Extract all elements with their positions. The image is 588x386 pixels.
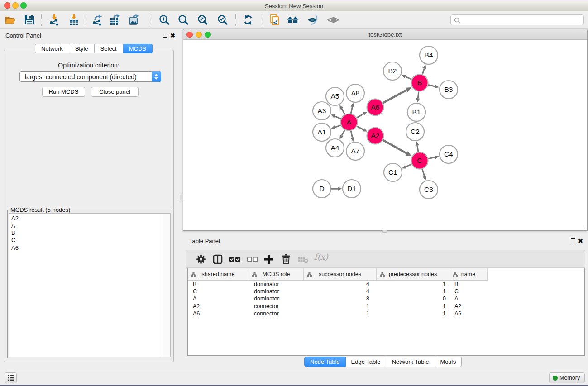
- network-canvas[interactable]: B4B2BB3A8A5A6A3B1AA1C2A2A4A7C4CC1C3DD1: [183, 40, 587, 230]
- mcds-result-item[interactable]: C: [11, 237, 170, 244]
- control-panel-float-button[interactable]: [163, 33, 167, 38]
- table-tab-node-table[interactable]: Node Table: [304, 357, 346, 367]
- column-header-predecessor-nodes[interactable]: predecessor nodes: [377, 268, 449, 281]
- edge-C-C4[interactable]: [428, 157, 435, 159]
- node-table[interactable]: shared nameMCDS rolesuccessor nodesprede…: [187, 268, 585, 356]
- edge-A-A6[interactable]: [357, 114, 363, 118]
- cell-successor-nodes: 4: [304, 281, 377, 288]
- edge-A-A7[interactable]: [351, 131, 352, 138]
- table-tab-network-table[interactable]: Network Table: [386, 357, 435, 367]
- mcds-result-item[interactable]: A6: [11, 244, 170, 252]
- control-panel: Control Panel ✖ Optimization criterion: …: [0, 29, 177, 370]
- export-table-icon[interactable]: [110, 14, 121, 26]
- hierarchy-icon: [380, 272, 385, 277]
- column-header-successor-nodes[interactable]: successor nodes: [304, 268, 377, 281]
- table-settings-gear-icon[interactable]: [195, 253, 207, 265]
- edge-A-A2[interactable]: [357, 126, 363, 129]
- table-panel-float-button[interactable]: [571, 238, 575, 243]
- zoom-selected-icon[interactable]: [217, 14, 229, 26]
- table-row-C[interactable]: Cdominator41C: [188, 288, 584, 295]
- result-list-scrollbar[interactable]: [163, 214, 170, 357]
- hierarchy-icon: [307, 272, 312, 277]
- home-icon[interactable]: [287, 14, 299, 26]
- mcds-result-item[interactable]: A2: [11, 215, 170, 222]
- cell-predecessor-nodes: 1: [377, 310, 449, 318]
- add-column-icon[interactable]: [263, 253, 275, 265]
- network-file-icon[interactable]: [269, 14, 281, 26]
- memory-button[interactable]: Memory: [549, 372, 585, 383]
- import-table-icon[interactable]: [68, 14, 80, 26]
- graph-node-label: A: [347, 118, 352, 126]
- edge-B-B3[interactable]: [428, 85, 435, 86]
- run-mcds-button[interactable]: Run MCDS: [42, 87, 85, 97]
- import-network-icon[interactable]: [48, 14, 60, 26]
- column-header-name[interactable]: name: [449, 268, 488, 281]
- cell-name: C: [449, 288, 488, 295]
- vertical-splitter-grip[interactable]: [180, 195, 182, 200]
- table-row-B[interactable]: Bdominator41B: [188, 281, 584, 288]
- show-panels-button[interactable]: [5, 372, 17, 383]
- export-network-icon[interactable]: [91, 14, 103, 26]
- export-image-icon[interactable]: [129, 14, 140, 26]
- edge-C-C1[interactable]: [406, 164, 411, 167]
- edge-C-C2[interactable]: [417, 146, 418, 152]
- cell-MCDS-role: dominator: [249, 295, 304, 303]
- column-header-shared-name[interactable]: shared name: [188, 268, 249, 281]
- edge-arrowhead: [416, 141, 419, 146]
- edge-A-A1[interactable]: [335, 125, 341, 128]
- close-panel-button[interactable]: Close panel: [91, 87, 139, 97]
- table-panel-close-button[interactable]: ✖: [578, 238, 583, 244]
- control-panel-tab-network[interactable]: Network: [35, 44, 69, 53]
- zoom-fit-icon[interactable]: [197, 14, 209, 26]
- zoom-in-icon[interactable]: [158, 14, 170, 26]
- cell-predecessor-nodes: 1: [377, 303, 449, 310]
- edge-A-A4[interactable]: [342, 130, 345, 136]
- table-row-A2[interactable]: A2connector11A2: [188, 303, 584, 310]
- horizontal-splitter-grip[interactable]: [382, 230, 387, 233]
- memory-label: Memory: [559, 375, 580, 381]
- column-header-MCDS-role[interactable]: MCDS role: [249, 268, 304, 281]
- save-session-icon[interactable]: [24, 14, 35, 26]
- control-panel-tab-mcds[interactable]: MCDS: [123, 44, 153, 53]
- edge-A-A5[interactable]: [342, 109, 345, 114]
- edge-A6-B[interactable]: [383, 90, 406, 103]
- table-row-A[interactable]: Adominator80A: [188, 295, 584, 303]
- control-panel-tab-select[interactable]: Select: [95, 44, 123, 53]
- function-builder-icon[interactable]: f(x): [314, 252, 328, 262]
- deselect-all-icon[interactable]: [247, 253, 258, 265]
- control-panel-close-button[interactable]: ✖: [170, 32, 175, 39]
- edge-A-A3[interactable]: [335, 116, 341, 119]
- graph-node-label: A2: [371, 132, 380, 139]
- cell-name: A6: [449, 310, 488, 318]
- table-tab-edge-table[interactable]: Edge Table: [346, 357, 387, 367]
- search-icon: [454, 17, 461, 24]
- delete-column-trash-icon[interactable]: [280, 253, 292, 265]
- edge-B-B4[interactable]: [422, 68, 424, 74]
- mcds-result-item[interactable]: B: [11, 229, 170, 237]
- refresh-icon[interactable]: [242, 14, 254, 26]
- hide-graphics-details-icon[interactable]: [307, 14, 319, 26]
- toolbar-separator: [262, 14, 262, 26]
- delete-table-icon[interactable]: [297, 253, 309, 265]
- edge-C-C3[interactable]: [422, 169, 425, 176]
- select-all-icon[interactable]: [229, 253, 241, 265]
- show-columns-icon[interactable]: [212, 253, 224, 265]
- edge-A-A8[interactable]: [351, 107, 352, 114]
- memory-status-dot: [553, 376, 558, 381]
- mcds-result-list[interactable]: A2ABCA6: [9, 213, 171, 357]
- control-panel-tab-style[interactable]: Style: [69, 44, 95, 53]
- search-box[interactable]: [450, 14, 584, 25]
- table-row-A6[interactable]: A6connector11A6: [188, 310, 584, 318]
- edge-B-B2[interactable]: [405, 76, 411, 79]
- network-window-title: testGlobe.txt: [183, 31, 587, 38]
- zoom-out-icon[interactable]: [177, 14, 189, 26]
- optimization-criterion-select[interactable]: largest connected component (directed): [19, 71, 161, 82]
- mcds-result-item[interactable]: A: [11, 222, 170, 229]
- window-resize-handle[interactable]: [582, 225, 587, 230]
- open-session-icon[interactable]: [4, 14, 16, 26]
- eye-icon[interactable]: [327, 14, 339, 26]
- table-tab-motifs[interactable]: Motifs: [435, 357, 462, 367]
- edge-B-B1[interactable]: [418, 91, 419, 98]
- edge-A2-C[interactable]: [383, 140, 406, 153]
- graph-node-label: B4: [425, 51, 433, 59]
